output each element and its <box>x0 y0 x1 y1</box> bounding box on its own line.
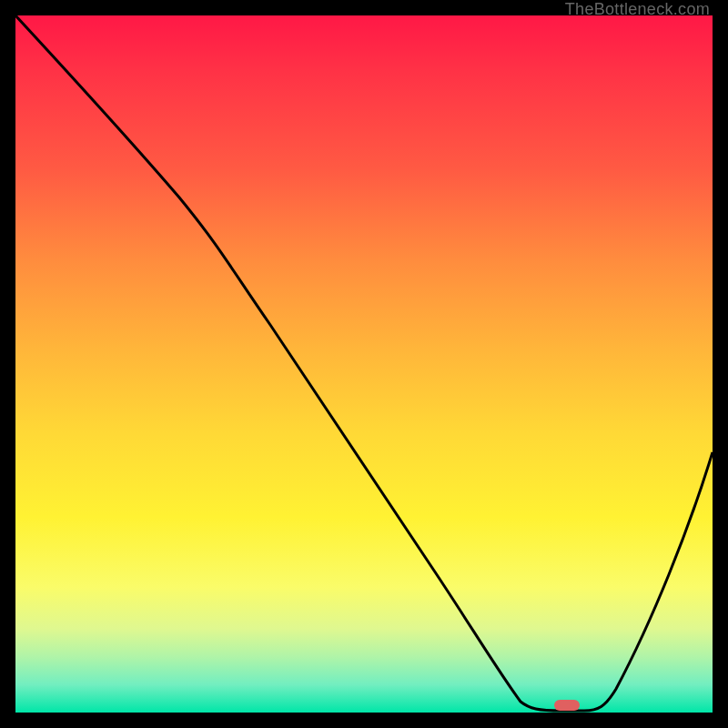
chart-frame <box>0 0 728 728</box>
watermark-text: TheBottleneck.com <box>565 0 710 19</box>
